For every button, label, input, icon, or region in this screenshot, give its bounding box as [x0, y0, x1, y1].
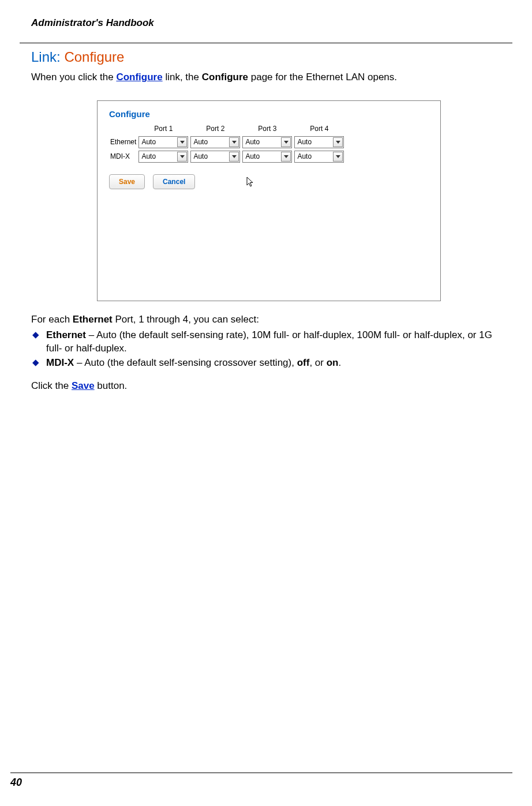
cursor-icon: [246, 177, 254, 190]
col-header: Port 2: [189, 123, 241, 135]
select-value: Auto: [245, 152, 260, 160]
list-item: MDI-X – Auto (the default self-sensing c…: [31, 357, 507, 370]
mdix-port1-select[interactable]: Auto: [138, 151, 188, 163]
table-row: Ethernet Auto Auto Auto Auto: [109, 135, 345, 149]
section-title: Link: Configure: [31, 49, 507, 65]
select-value: Auto: [193, 138, 208, 146]
mdix-port3-select[interactable]: Auto: [242, 151, 292, 163]
after-paragraph: For each Ethernet Port, 1 through 4, you…: [31, 314, 507, 325]
svg-marker-1: [232, 141, 237, 144]
svg-marker-7: [336, 155, 340, 158]
save-button[interactable]: Save: [109, 174, 145, 189]
col-header: Port 1: [137, 123, 189, 135]
chevron-down-icon: [177, 152, 187, 162]
svg-marker-4: [180, 155, 185, 158]
after-post: Port, 1 through 4, you can select:: [113, 314, 259, 325]
running-header: Administrator's Handbook: [31, 17, 507, 29]
click-save-post: button.: [95, 380, 128, 391]
ethernet-port2-select[interactable]: Auto: [190, 136, 240, 148]
configure-link[interactable]: Configure: [116, 72, 162, 83]
bullet-list: Ethernet – Auto (the default self-sensin…: [31, 329, 507, 370]
bullet-text: .: [338, 357, 341, 368]
select-value: Auto: [141, 138, 156, 146]
intro-mid: link, the: [163, 72, 202, 83]
button-row: Save Cancel: [109, 174, 429, 189]
svg-marker-5: [232, 155, 237, 158]
svg-marker-3: [336, 141, 340, 144]
bullet-text: , or: [309, 357, 326, 368]
col-header: Port 3: [241, 123, 293, 135]
row-label-mdix: MDI-X: [109, 149, 137, 164]
list-item: Ethernet – Auto (the default self-sensin…: [31, 329, 507, 355]
bullet-text: – Auto (the default self-sensing rate), …: [46, 329, 492, 354]
intro-paragraph: When you click the Configure link, the C…: [31, 71, 507, 84]
chevron-down-icon: [281, 152, 291, 162]
mdix-port2-select[interactable]: Auto: [190, 151, 240, 163]
bullet-bold: MDI-X: [46, 357, 74, 368]
col-header: Port 4: [293, 123, 345, 135]
click-save-paragraph: Click the Save button.: [31, 380, 507, 392]
bullet-bold2: off: [297, 357, 310, 368]
mdix-port4-select[interactable]: Auto: [294, 151, 344, 163]
table-row: MDI-X Auto Auto Auto Auto: [109, 149, 345, 164]
page-number: 40: [10, 777, 507, 789]
row-label-ethernet: Ethernet: [109, 135, 137, 149]
bullet-bold3: on: [327, 357, 339, 368]
chevron-down-icon: [229, 152, 239, 162]
ethernet-port3-select[interactable]: Auto: [242, 136, 292, 148]
click-save-pre: Click the: [31, 380, 72, 391]
select-value: Auto: [141, 152, 156, 160]
svg-marker-2: [284, 141, 289, 144]
divider-top: [20, 43, 512, 43]
after-pre: For each: [31, 314, 73, 325]
screenshot-title: Configure: [109, 109, 429, 119]
svg-marker-0: [180, 141, 185, 144]
chevron-down-icon: [281, 137, 291, 147]
intro-bold: Configure: [202, 72, 248, 83]
chevron-down-icon: [333, 137, 343, 147]
ethernet-port4-select[interactable]: Auto: [294, 136, 344, 148]
intro-post: page for the Ethernet LAN opens.: [248, 72, 397, 83]
table-header-row: Port 1 Port 2 Port 3 Port 4: [109, 123, 345, 135]
divider-bottom: [10, 773, 512, 773]
bullet-text: – Auto (the default self-sensing crossov…: [74, 357, 297, 368]
intro-pre: When you click the: [31, 72, 116, 83]
chevron-down-icon: [177, 137, 187, 147]
select-value: Auto: [193, 152, 208, 160]
chevron-down-icon: [229, 137, 239, 147]
select-value: Auto: [297, 138, 312, 146]
bullet-bold: Ethernet: [46, 329, 86, 340]
page-footer: 40: [0, 773, 532, 789]
after-bold: Ethernet: [73, 314, 113, 325]
chevron-down-icon: [333, 152, 343, 162]
section-title-prefix: Link:: [31, 49, 64, 65]
ethernet-port1-select[interactable]: Auto: [138, 136, 188, 148]
section-title-suffix: Configure: [64, 49, 124, 65]
configure-table: Port 1 Port 2 Port 3 Port 4 Ethernet Aut…: [109, 123, 345, 164]
select-value: Auto: [245, 138, 260, 146]
save-link[interactable]: Save: [72, 380, 95, 391]
configure-screenshot: Configure Port 1 Port 2 Port 3 Port 4 Et…: [97, 100, 441, 301]
svg-marker-6: [284, 155, 289, 158]
cancel-button[interactable]: Cancel: [153, 174, 195, 189]
select-value: Auto: [297, 152, 312, 160]
